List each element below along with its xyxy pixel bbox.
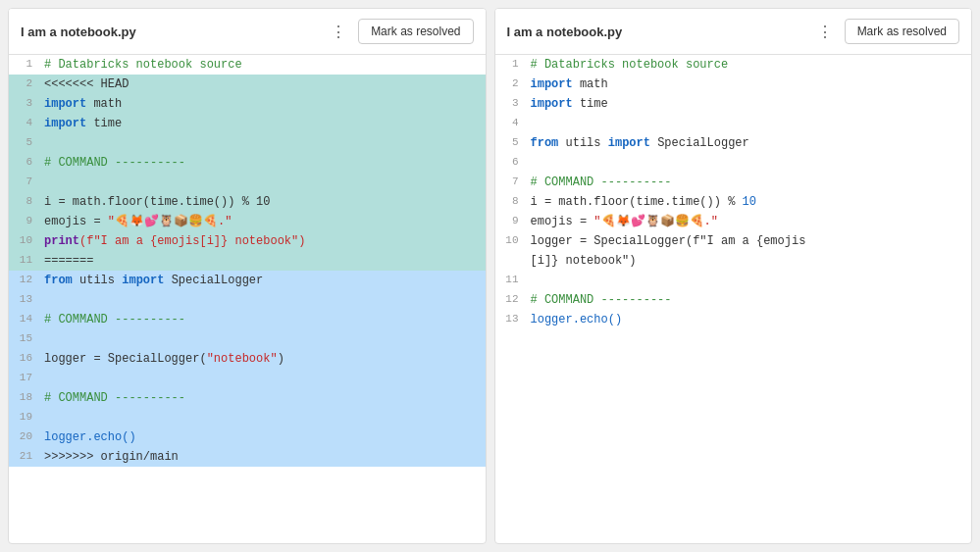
table-row: 13logger.echo() xyxy=(495,310,972,329)
line-content: # COMMAND ---------- xyxy=(40,388,486,408)
left-kebab-menu-icon[interactable]: ⋮ xyxy=(327,21,350,43)
line-number: 13 xyxy=(9,290,40,310)
table-row: 10print(f"I am a {emojis[i]} notebook") xyxy=(9,231,486,251)
line-number: 11 xyxy=(495,271,527,290)
line-content: # COMMAND ---------- xyxy=(527,290,972,310)
line-number xyxy=(495,251,527,271)
left-code-area: 1# Databricks notebook source2<<<<<<< HE… xyxy=(9,55,486,543)
line-content: <<<<<<< HEAD xyxy=(40,75,486,94)
line-content: logger = SpecialLogger(f"I am a {emojis xyxy=(527,231,972,251)
table-row: 3import time xyxy=(495,94,972,114)
line-number: 17 xyxy=(9,369,40,388)
table-row: 13 xyxy=(9,290,486,310)
line-number: 15 xyxy=(9,329,40,349)
line-number: 13 xyxy=(495,310,527,329)
table-row: 1# Databricks notebook source xyxy=(495,55,972,75)
right-panel-header: I am a notebook.py ⋮ Mark as resolved xyxy=(495,9,972,55)
right-code-area: 1# Databricks notebook source2import mat… xyxy=(495,55,972,543)
line-content xyxy=(527,271,972,290)
line-number: 4 xyxy=(9,114,40,133)
line-content: print(f"I am a {emojis[i]} notebook") xyxy=(40,231,486,251)
table-row: 3import math xyxy=(9,94,486,114)
line-number: 8 xyxy=(9,192,40,212)
table-row: 19 xyxy=(9,408,486,427)
line-number: 21 xyxy=(9,447,40,467)
line-number: 2 xyxy=(9,75,40,94)
table-row: 18# COMMAND ---------- xyxy=(9,388,486,408)
line-content: # COMMAND ---------- xyxy=(40,310,486,329)
table-row: 9emojis = "🍕🦊💕🦉📦🍔🍕." xyxy=(495,212,972,231)
table-row: 7# COMMAND ---------- xyxy=(495,173,972,192)
line-content: i = math.floor(time.time()) % 10 xyxy=(40,192,486,212)
line-content xyxy=(40,408,486,427)
line-number: 3 xyxy=(9,94,40,114)
line-number: 1 xyxy=(495,55,527,75)
line-content xyxy=(40,369,486,388)
line-number: 5 xyxy=(495,133,527,153)
line-content: logger = SpecialLogger("notebook") xyxy=(40,349,486,369)
line-content: >>>>>>> origin/main xyxy=(40,447,486,467)
line-number: 19 xyxy=(9,408,40,427)
line-content: i = math.floor(time.time()) % 10 xyxy=(527,192,972,212)
line-content: emojis = "🍕🦊💕🦉📦🍔🍕." xyxy=(40,212,486,231)
table-row: 16logger = SpecialLogger("notebook") xyxy=(9,349,486,369)
line-content xyxy=(40,290,486,310)
line-content: # Databricks notebook source xyxy=(40,55,486,75)
table-row: 11======= xyxy=(9,251,486,271)
line-number: 4 xyxy=(495,114,527,133)
line-number: 20 xyxy=(9,427,40,447)
left-resolve-button[interactable]: Mark as resolved xyxy=(358,19,473,44)
line-number: 14 xyxy=(9,310,40,329)
line-content: logger.echo() xyxy=(40,427,486,447)
line-number: 6 xyxy=(9,153,40,173)
table-row: 4 xyxy=(495,114,972,133)
line-number: 1 xyxy=(9,55,40,75)
line-content: import time xyxy=(40,114,486,133)
line-number: 7 xyxy=(9,173,40,192)
line-number: 7 xyxy=(495,173,527,192)
line-number: 12 xyxy=(9,271,40,290)
table-row: 2import math xyxy=(495,75,972,94)
table-row: 4import time xyxy=(9,114,486,133)
table-row: 8i = math.floor(time.time()) % 10 xyxy=(9,192,486,212)
table-row: 2<<<<<<< HEAD xyxy=(9,75,486,94)
line-content xyxy=(40,329,486,349)
table-row: 8i = math.floor(time.time()) % 10 xyxy=(495,192,972,212)
line-content: emojis = "🍕🦊💕🦉📦🍔🍕." xyxy=(527,212,972,231)
left-diff-panel: I am a notebook.py ⋮ Mark as resolved 1#… xyxy=(8,8,487,544)
line-number: 5 xyxy=(9,133,40,153)
line-number: 8 xyxy=(495,192,527,212)
table-row: 12# COMMAND ---------- xyxy=(495,290,972,310)
table-row: 7 xyxy=(9,173,486,192)
line-content: import math xyxy=(527,75,972,94)
table-row: 5 xyxy=(9,133,486,153)
right-kebab-menu-icon[interactable]: ⋮ xyxy=(813,21,837,43)
line-number: 3 xyxy=(495,94,527,114)
table-row: 14# COMMAND ---------- xyxy=(9,310,486,329)
line-content: from utils import SpecialLogger xyxy=(40,271,486,290)
table-row: 9emojis = "🍕🦊💕🦉📦🍔🍕." xyxy=(9,212,486,231)
line-content: # Databricks notebook source xyxy=(527,55,972,75)
line-content xyxy=(527,153,972,173)
table-row: 1# Databricks notebook source xyxy=(9,55,486,75)
line-content: [i]} notebook") xyxy=(527,251,972,271)
right-resolve-button[interactable]: Mark as resolved xyxy=(845,19,959,44)
table-row: [i]} notebook") xyxy=(495,251,972,271)
line-content: # COMMAND ---------- xyxy=(40,153,486,173)
line-number: 9 xyxy=(495,212,527,231)
line-number: 9 xyxy=(9,212,40,231)
left-panel-title: I am a notebook.py xyxy=(21,25,319,39)
line-number: 6 xyxy=(495,153,527,173)
left-panel-header: I am a notebook.py ⋮ Mark as resolved xyxy=(9,9,486,55)
table-row: 10logger = SpecialLogger(f"I am a {emoji… xyxy=(495,231,972,251)
table-row: 21>>>>>>> origin/main xyxy=(9,447,486,467)
line-number: 11 xyxy=(9,251,40,271)
line-content: ======= xyxy=(40,251,486,271)
line-number: 18 xyxy=(9,388,40,408)
table-row: 5from utils import SpecialLogger xyxy=(495,133,972,153)
line-content: import time xyxy=(527,94,972,114)
line-number: 10 xyxy=(495,231,527,251)
line-content: from utils import SpecialLogger xyxy=(527,133,972,153)
line-content xyxy=(40,133,486,153)
right-panel-title: I am a notebook.py xyxy=(507,25,805,39)
